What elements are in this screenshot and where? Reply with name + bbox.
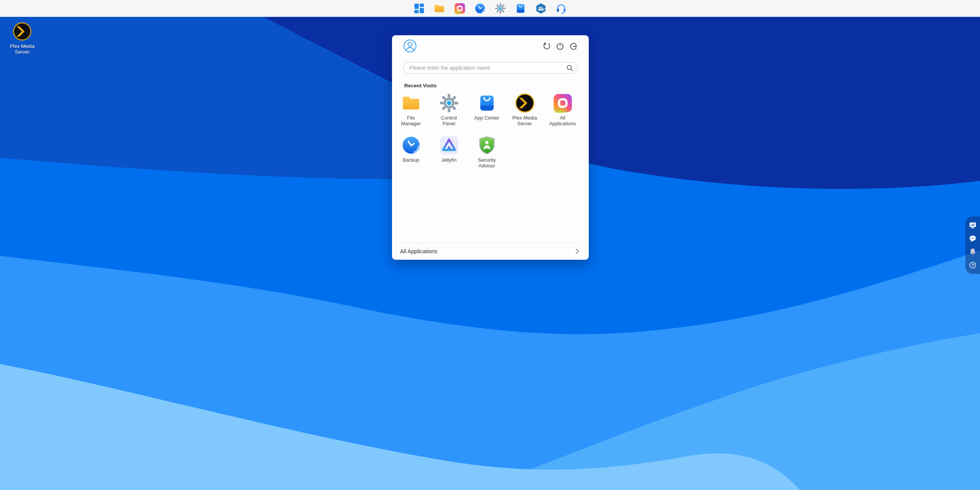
session-actions [542,42,578,51]
backup-clock-icon [474,3,486,14]
all-applications-gradient-icon [454,3,466,14]
application-search-box [403,62,578,74]
user-avatar-icon [403,39,417,53]
recent-apps-grid: File Manager Control Panel App Center Pl… [392,93,589,243]
system-monitor-button[interactable] [969,221,977,229]
plex-icon [515,93,535,113]
app-item-control-panel[interactable]: Control Panel [430,93,468,132]
gradient-grid-icon [553,93,573,113]
taskbar-all-applications-button[interactable] [454,3,466,14]
app-item-security-advisor[interactable]: Security Advisor [468,135,506,174]
restart-button[interactable] [542,42,551,51]
app-label: Backup [403,157,419,163]
main-menu-tiles-icon [413,3,425,14]
restart-icon [542,42,551,51]
app-item-backup[interactable]: Backup [392,135,430,174]
app-label: Security Advisor [473,157,501,169]
taskbar-control-panel-button[interactable] [495,3,506,14]
app-item-app-center[interactable]: App Center [468,93,506,132]
search-icon[interactable] [566,64,573,72]
side-toolbar: ? [965,216,980,274]
taskbar-file-manager-button[interactable] [434,3,445,14]
app-launcher-panel: Recent Visits File Manager Control Panel… [392,35,589,260]
shield-icon [477,135,497,155]
folder-icon [401,93,421,113]
app-item-jellyfin[interactable]: Jellyfin [430,135,468,174]
notifications-button[interactable] [969,247,977,256]
all-applications-label: All Applications [400,248,438,254]
power-button[interactable] [556,42,564,51]
help-icon: ? [969,261,977,269]
app-label: Jellyfin [441,157,457,163]
support-headset-icon [555,3,567,14]
svg-text:?: ? [972,263,974,267]
recent-visits-title: Recent Visits [404,83,589,88]
control-panel-gear-icon [495,3,506,14]
app-label: Control Panel [435,115,463,126]
application-search-input[interactable] [408,64,566,71]
chat-button[interactable] [969,234,977,243]
app-label: File Manager [397,115,425,126]
taskbar [0,0,980,17]
launcher-header [392,35,589,53]
app-center-bag-icon [515,3,526,14]
container-manager-icon [535,3,547,14]
app-item-plex-media-server[interactable]: Plex Media Server [506,93,544,132]
gear-icon [439,93,459,113]
desktop-shortcut-plex[interactable]: Plex Media Server [4,22,41,55]
power-icon [556,42,564,51]
clock-icon [401,135,421,155]
chevron-right-icon [574,248,581,255]
app-item-all-applications[interactable]: All Applications [544,93,581,132]
logout-icon [569,42,578,51]
bag-icon [477,93,497,113]
desktop-screen: Plex Media Server [0,0,980,490]
app-label: All Applications [549,115,577,126]
app-item-file-manager[interactable]: File Manager [392,93,430,132]
main-menu-button[interactable] [413,3,425,14]
taskbar-backup-button[interactable] [474,3,486,14]
taskbar-container-manager-button[interactable] [535,3,547,14]
chat-icon [969,234,977,243]
desktop-shortcut-label: Plex Media Server [4,43,41,55]
plex-icon [13,22,32,41]
app-label: App Center [474,115,500,121]
help-button[interactable]: ? [969,261,977,269]
file-manager-folder-icon [434,3,445,14]
logout-button[interactable] [569,42,578,51]
taskbar-app-center-button[interactable] [515,3,526,14]
app-label: Plex Media Server [511,115,539,126]
user-avatar-button[interactable] [403,39,417,53]
system-monitor-icon [969,221,977,229]
jellyfin-icon [439,135,459,155]
taskbar-support-button[interactable] [555,3,567,14]
notifications-bell-icon [969,247,977,256]
all-applications-footer[interactable]: All Applications [400,243,581,260]
